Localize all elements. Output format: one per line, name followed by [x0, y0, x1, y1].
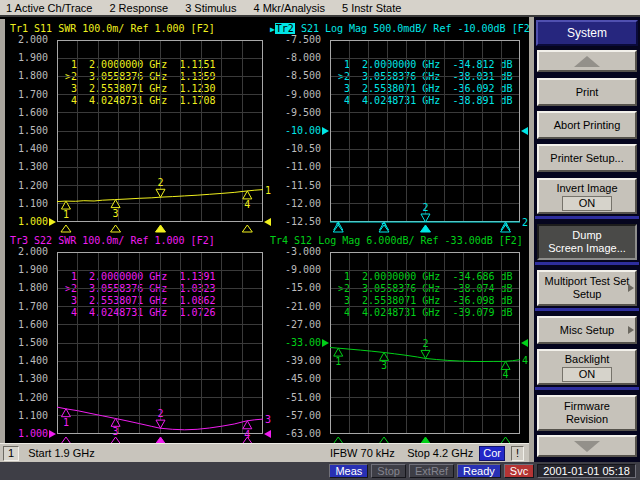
stimulus-bar: 1 Start 1.9 GHz IFBW 70 kHz Stop 4.2 GHz…	[0, 443, 529, 462]
tr4-header-text: S12 Log Mag 6.000dB/ Ref -33.00dB [F2]	[288, 235, 523, 246]
tr4-axis-label: -51.00	[268, 392, 321, 404]
left-bezel	[0, 19, 5, 443]
svg-text:3: 3	[113, 426, 119, 437]
softkey-print[interactable]: Print	[537, 78, 637, 106]
softkey-label: Dump	[572, 229, 601, 242]
tr4-name: Tr4	[270, 235, 288, 246]
tr3-axis-label: 1.800	[8, 282, 48, 294]
tr2-axis-label: -12.00	[268, 198, 321, 210]
tr4-plot[interactable]: 12344	[322, 252, 528, 454]
tr3-axis-label: 1.600	[8, 319, 48, 331]
submenu-arrow-icon	[628, 284, 634, 292]
softkey-invert-image[interactable]: Invert ImageON	[537, 178, 637, 214]
submenu-arrow-icon	[628, 326, 634, 334]
softkey-label: Firmware	[564, 400, 610, 413]
tr4-axis-label: -45.00	[268, 373, 321, 385]
tr4-marker-4[interactable]: 4	[501, 361, 510, 380]
tr3-plot[interactable]: 12343	[49, 252, 271, 454]
tr3-axis-label: 1.700	[8, 301, 48, 313]
status-meas: Meas	[329, 464, 368, 478]
menu-bar: 1 Active Ch/Trace2 Response3 Stimulus4 M…	[0, 0, 640, 17]
tr2-axis-label: -10.00	[268, 125, 321, 137]
tr1-panel: Tr1 S11 SWR 100.0m/ Ref 1.000 [F2]2.0001…	[8, 22, 270, 238]
tr2-panel: ▶Tr2 S21 Log Mag 500.0mdB/ Ref -10.00dB …	[268, 22, 530, 238]
tr1-axis-label: 1.400	[8, 143, 48, 155]
tr3-axis-label: 1.900	[8, 264, 48, 276]
tr4-axis-label: -9.000	[268, 264, 321, 276]
softkey-dump-screen-image[interactable]: DumpScreen Image...	[537, 224, 637, 260]
softkey-firmware-revision[interactable]: FirmwareRevision	[537, 395, 637, 431]
softkey-label: Revision	[566, 413, 608, 426]
status-extref: ExtRef	[409, 464, 454, 478]
tr2-header-text: S21 Log Mag 500.0mdB/ Ref -10.00dB [F2	[295, 23, 530, 34]
svg-text:2: 2	[422, 338, 428, 349]
softkey-backlight[interactable]: BacklightON	[537, 349, 637, 385]
tr3-axis-label: 1.200	[8, 392, 48, 404]
tr2-marker-2[interactable]: 2	[421, 202, 430, 222]
tr4-marker-2[interactable]: 2	[421, 338, 430, 358]
menu-item-5[interactable]: 5 Instr State	[342, 2, 401, 14]
softkey-separator	[535, 308, 639, 311]
status-2001-01-01-05-18: 2001-01-01 05:18	[537, 464, 636, 478]
softkey-printer-setup[interactable]: Printer Setup...	[537, 144, 637, 172]
tr2-name: Tr2	[275, 23, 295, 34]
tr1-marker-4[interactable]: 4	[243, 191, 252, 210]
softkey-multiport-test-set-setup[interactable]: Multiport Test SetSetup	[537, 270, 637, 306]
scroll-up-icon	[574, 56, 600, 67]
tr3-marker-2[interactable]: 2	[156, 408, 165, 428]
svg-text:1: 1	[335, 356, 341, 367]
softkey-scroll-down-button[interactable]	[537, 435, 637, 457]
scroll-down-icon	[574, 441, 600, 452]
tr1-marker-2[interactable]: 2	[156, 177, 165, 197]
start-frequency-label: Start 1.9 GHz	[28, 447, 95, 459]
menu-item-1[interactable]: 1 Active Ch/Trace	[6, 2, 92, 14]
svg-text:4: 4	[522, 355, 528, 366]
tr3-axis-label: 1.300	[8, 373, 48, 385]
vna-screen: 1 Active Ch/Trace2 Response3 Stimulus4 M…	[0, 0, 640, 480]
svg-text:3: 3	[113, 208, 119, 219]
tr2-plot[interactable]: 12342	[322, 40, 528, 242]
svg-text:1: 1	[63, 209, 69, 220]
channel-number-badge: 1	[3, 446, 19, 461]
tr1-name: Tr1	[10, 23, 28, 34]
alert-badge: !	[511, 446, 524, 461]
svg-text:2: 2	[422, 202, 428, 213]
svg-text:4: 4	[503, 369, 509, 380]
softkey-misc-setup[interactable]: Misc Setup	[537, 316, 637, 344]
svg-text:2: 2	[157, 177, 163, 188]
tr1-axis-label: 1.700	[8, 89, 48, 101]
tr3-panel: Tr3 S22 SWR 100.0m/ Ref 1.000 [F2]2.0001…	[8, 234, 270, 450]
menu-item-3[interactable]: 3 Stimulus	[185, 2, 236, 14]
tr4-axis-label: -57.00	[268, 410, 321, 422]
tr3-marker-1[interactable]: 1	[61, 409, 70, 428]
svg-text:3: 3	[381, 360, 387, 371]
softkey-scroll-up-button[interactable]	[537, 50, 637, 72]
tr2-axis-label: -10.50	[268, 143, 321, 155]
correction-badge: Cor	[479, 446, 505, 461]
tr1-axis-label: 1.900	[8, 52, 48, 64]
tr1-plot[interactable]: 12341	[49, 40, 271, 242]
tr2-axis-label: -8.000	[268, 52, 321, 64]
softkey-separator	[535, 387, 639, 390]
svg-text:2: 2	[522, 217, 528, 228]
tr2-axis-label: -8.500	[268, 70, 321, 82]
softkey-menu-title: System	[536, 20, 638, 46]
tr4-marker-1[interactable]: 1	[334, 348, 343, 367]
tr3-name: Tr3	[10, 235, 28, 246]
tr1-axis-label: 1.100	[8, 198, 48, 210]
tr3-axis-label: 1.000	[8, 428, 48, 440]
softkey-label: Backlight	[565, 353, 610, 366]
status-stop: Stop	[371, 464, 406, 478]
softkey-label: Setup	[573, 288, 602, 301]
menu-item-2[interactable]: 2 Response	[109, 2, 168, 14]
menu-item-4[interactable]: 4 Mkr/Analysis	[253, 2, 325, 14]
softkey-label: Print	[576, 86, 599, 99]
softkey-abort-printing[interactable]: Abort Printing	[537, 111, 637, 139]
tr1-axis-label: 1.600	[8, 107, 48, 119]
tr3-axis-label: 1.500	[8, 337, 48, 349]
tr2-axis-label: -7.500	[268, 34, 321, 46]
tr2-axis-label: -12.50	[268, 216, 321, 228]
tr4-axis-label: -21.00	[268, 301, 321, 313]
status-svc: Svc	[504, 464, 534, 478]
tr2-axis-label: -11.50	[268, 180, 321, 192]
